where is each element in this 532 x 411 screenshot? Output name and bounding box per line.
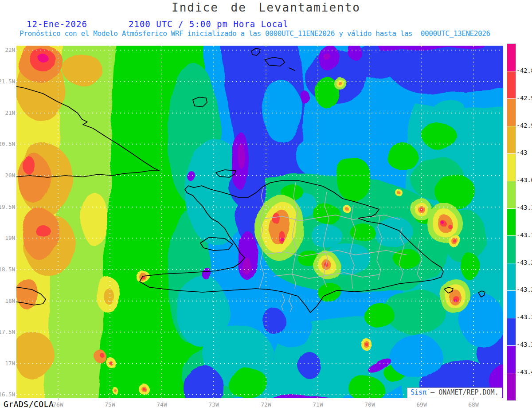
lat-label: 21.5N (0, 78, 15, 85)
forecast-time: 2100 UTC / 5:00 pm Hora Local (129, 19, 289, 29)
lon-label: 71W (305, 401, 331, 408)
grads-credit: GrADS/COLA (4, 399, 54, 409)
lon-tick (370, 398, 370, 400)
lat-label: 20N (5, 172, 15, 179)
page-title: Indice de Levantamiento (0, 1, 532, 14)
colorbar-segment (507, 345, 516, 373)
lat-label: 18N (5, 297, 15, 304)
colorbar-tick: -43.1 (516, 204, 532, 211)
lat-label: 17N (5, 360, 15, 367)
colorbar-segment (507, 373, 516, 400)
onamet-text: – ONAMET/REP.DOM. (430, 388, 499, 396)
lon-tick (110, 398, 110, 400)
colorbar-tick: -43.3 (516, 313, 532, 321)
colorbar-segment (507, 290, 516, 318)
lon-label: 73W (200, 401, 227, 408)
colorbar-tick: -42.9 (516, 94, 532, 102)
sis-logo-text: Sisπ́ (411, 388, 426, 396)
lat-label: 19N (5, 235, 15, 241)
colorbar-segment (507, 126, 516, 153)
lat-label: 22N (5, 47, 15, 53)
forecast-map (16, 46, 503, 398)
colorbar-tick: -42.85 (516, 67, 532, 74)
colorbar-segment (507, 263, 516, 290)
colorbar-legend (507, 43, 516, 401)
colorbar-tick: -43.15 (516, 231, 532, 239)
lon-tick (214, 398, 214, 400)
lat-label: 16.5N (0, 391, 15, 398)
forecast-date: 12-Ene-2026 (27, 19, 87, 29)
lon-tick (266, 398, 266, 400)
colorbar-segment (507, 153, 516, 181)
colorbar-segment (507, 208, 516, 236)
lon-label: 75W (97, 401, 123, 408)
lon-label: 68W (460, 401, 487, 408)
lon-tick (162, 398, 162, 400)
lon-label: 70W (356, 401, 383, 408)
lon-tick (422, 398, 422, 400)
lon-tick (58, 398, 59, 400)
lat-label: 18.5N (0, 266, 15, 273)
lon-tick (473, 398, 474, 400)
onamet-watermark: Sisπ́ – ONAMET/REP.DOM. (407, 388, 502, 398)
colorbar-tick: -43 (516, 149, 527, 156)
lat-label: 21N (5, 110, 15, 116)
lat-label: 19.5N (0, 204, 15, 210)
model-info-line: Pronóstico con el Modelo Atmósferico WRF… (20, 29, 490, 38)
colorbar-segment (507, 44, 516, 71)
lon-label: 74W (149, 401, 175, 408)
colorbar-segment (507, 181, 516, 208)
map-area (16, 46, 503, 398)
lat-label: 20.5N (0, 141, 15, 147)
colorbar-segment (507, 98, 516, 126)
lon-label: 69W (408, 401, 435, 408)
colorbar-tick: -43.05 (516, 176, 532, 184)
colorbar-segment (507, 235, 516, 263)
colorbar-tick: -43.4 (516, 368, 532, 376)
colorbar-tick: -42.95 (516, 122, 532, 129)
lat-label: 17.5N (0, 329, 15, 335)
colorbar-tick: -43.35 (516, 341, 532, 348)
weather-map-page: Indice de Levantamiento 12-Ene-2026 2100… (0, 0, 532, 411)
lon-tick (318, 398, 318, 400)
lon-label: 72W (253, 401, 279, 408)
colorbar-tick: -43.25 (516, 286, 532, 293)
colorbar-tick: -43.2 (516, 259, 532, 266)
colorbar-segment (507, 71, 516, 98)
colorbar-segment (507, 318, 516, 345)
contour-fills (16, 46, 503, 398)
